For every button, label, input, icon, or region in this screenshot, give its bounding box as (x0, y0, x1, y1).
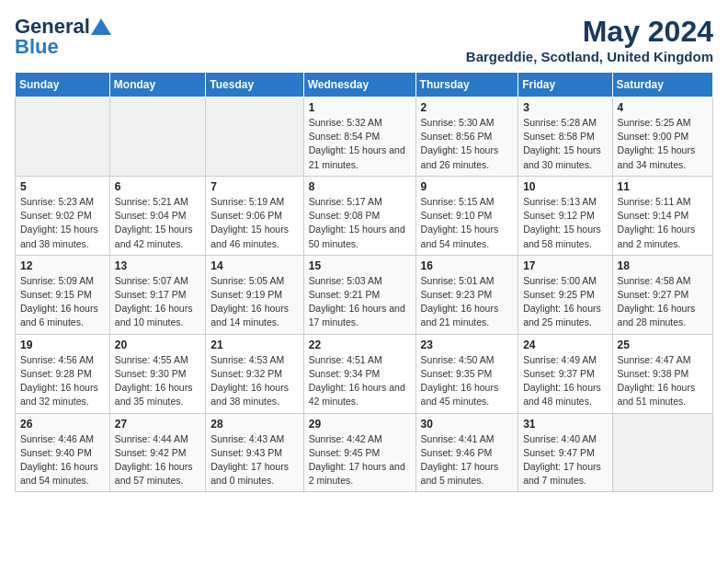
week-row-1: 5Sunrise: 5:23 AM Sunset: 9:02 PM Daylig… (16, 176, 713, 255)
day-detail: Sunrise: 4:50 AM Sunset: 9:35 PM Dayligh… (421, 353, 514, 409)
day-number: 30 (421, 418, 514, 431)
week-row-2: 12Sunrise: 5:09 AM Sunset: 9:15 PM Dayli… (16, 255, 713, 334)
calendar-cell: 29Sunrise: 4:42 AM Sunset: 9:45 PM Dayli… (303, 413, 415, 492)
header-monday: Monday (109, 73, 205, 98)
calendar-cell: 20Sunrise: 4:55 AM Sunset: 9:30 PM Dayli… (109, 334, 205, 413)
calendar-cell: 15Sunrise: 5:03 AM Sunset: 9:21 PM Dayli… (303, 255, 415, 334)
day-number: 31 (523, 418, 607, 431)
header-saturday: Saturday (612, 73, 712, 98)
header-tuesday: Tuesday (206, 73, 303, 98)
week-row-3: 19Sunrise: 4:56 AM Sunset: 9:28 PM Dayli… (16, 334, 713, 413)
calendar-cell: 30Sunrise: 4:41 AM Sunset: 9:46 PM Dayli… (415, 413, 518, 492)
day-number: 21 (210, 339, 298, 351)
day-number: 11 (618, 180, 708, 193)
day-detail: Sunrise: 4:44 AM Sunset: 9:42 PM Dayligh… (115, 432, 200, 488)
day-number: 20 (115, 339, 200, 351)
main-title: May 2024 (466, 15, 713, 49)
calendar-cell: 1Sunrise: 5:32 AM Sunset: 8:54 PM Daylig… (303, 98, 415, 177)
day-detail: Sunrise: 4:56 AM Sunset: 9:28 PM Dayligh… (20, 353, 105, 409)
day-detail: Sunrise: 4:53 AM Sunset: 9:32 PM Dayligh… (210, 353, 298, 409)
day-number: 16 (421, 259, 514, 272)
day-detail: Sunrise: 5:23 AM Sunset: 9:02 PM Dayligh… (20, 195, 105, 251)
day-detail: Sunrise: 4:43 AM Sunset: 9:43 PM Dayligh… (210, 432, 298, 488)
logo-blue: Blue (15, 35, 59, 59)
calendar-cell: 2Sunrise: 5:30 AM Sunset: 8:56 PM Daylig… (415, 98, 518, 177)
calendar-cell: 6Sunrise: 5:21 AM Sunset: 9:04 PM Daylig… (109, 176, 205, 255)
header-thursday: Thursday (415, 73, 518, 98)
calendar-cell (206, 98, 303, 177)
calendar-cell: 8Sunrise: 5:17 AM Sunset: 9:08 PM Daylig… (303, 176, 415, 255)
header-row: SundayMondayTuesdayWednesdayThursdayFrid… (16, 73, 713, 98)
day-detail: Sunrise: 5:25 AM Sunset: 9:00 PM Dayligh… (618, 116, 708, 172)
day-detail: Sunrise: 5:30 AM Sunset: 8:56 PM Dayligh… (421, 116, 514, 172)
day-number: 10 (523, 180, 607, 193)
day-detail: Sunrise: 4:47 AM Sunset: 9:38 PM Dayligh… (618, 353, 708, 409)
calendar-cell: 3Sunrise: 5:28 AM Sunset: 8:58 PM Daylig… (518, 98, 612, 177)
day-detail: Sunrise: 4:42 AM Sunset: 9:45 PM Dayligh… (309, 432, 411, 488)
day-detail: Sunrise: 5:00 AM Sunset: 9:25 PM Dayligh… (523, 274, 607, 330)
calendar-cell: 22Sunrise: 4:51 AM Sunset: 9:34 PM Dayli… (303, 334, 415, 413)
calendar-cell (109, 98, 205, 177)
day-number: 17 (523, 259, 607, 272)
calendar-table: SundayMondayTuesdayWednesdayThursdayFrid… (15, 72, 713, 492)
calendar-cell: 17Sunrise: 5:00 AM Sunset: 9:25 PM Dayli… (518, 255, 612, 334)
day-number: 6 (115, 180, 200, 193)
calendar-cell: 18Sunrise: 4:58 AM Sunset: 9:27 PM Dayli… (612, 255, 712, 334)
calendar-cell: 19Sunrise: 4:56 AM Sunset: 9:28 PM Dayli… (16, 334, 110, 413)
day-number: 7 (210, 180, 298, 193)
day-number: 2 (421, 101, 514, 114)
calendar-cell: 16Sunrise: 5:01 AM Sunset: 9:23 PM Dayli… (415, 255, 518, 334)
day-number: 13 (115, 259, 200, 272)
day-number: 22 (309, 339, 411, 351)
calendar-cell: 24Sunrise: 4:49 AM Sunset: 9:37 PM Dayli… (518, 334, 612, 413)
calendar-cell: 7Sunrise: 5:19 AM Sunset: 9:06 PM Daylig… (206, 176, 303, 255)
calendar-cell: 12Sunrise: 5:09 AM Sunset: 9:15 PM Dayli… (16, 255, 110, 334)
day-detail: Sunrise: 5:09 AM Sunset: 9:15 PM Dayligh… (20, 274, 105, 330)
day-detail: Sunrise: 5:17 AM Sunset: 9:08 PM Dayligh… (309, 195, 411, 251)
calendar-cell (612, 413, 712, 492)
day-number: 12 (20, 259, 105, 272)
day-number: 15 (309, 259, 411, 272)
day-detail: Sunrise: 5:05 AM Sunset: 9:19 PM Dayligh… (210, 274, 298, 330)
calendar-cell: 14Sunrise: 5:05 AM Sunset: 9:19 PM Dayli… (206, 255, 303, 334)
day-detail: Sunrise: 5:01 AM Sunset: 9:23 PM Dayligh… (421, 274, 514, 330)
day-detail: Sunrise: 4:40 AM Sunset: 9:47 PM Dayligh… (523, 432, 607, 488)
logo: General Blue (15, 15, 111, 59)
calendar-header: SundayMondayTuesdayWednesdayThursdayFrid… (16, 73, 713, 98)
calendar-cell: 27Sunrise: 4:44 AM Sunset: 9:42 PM Dayli… (109, 413, 205, 492)
calendar-cell: 23Sunrise: 4:50 AM Sunset: 9:35 PM Dayli… (415, 334, 518, 413)
calendar-body: 1Sunrise: 5:32 AM Sunset: 8:54 PM Daylig… (16, 98, 713, 492)
day-number: 4 (618, 101, 708, 114)
day-detail: Sunrise: 4:55 AM Sunset: 9:30 PM Dayligh… (115, 353, 200, 409)
day-number: 5 (20, 180, 105, 193)
day-detail: Sunrise: 5:19 AM Sunset: 9:06 PM Dayligh… (210, 195, 298, 251)
day-number: 28 (210, 418, 298, 431)
day-detail: Sunrise: 4:41 AM Sunset: 9:46 PM Dayligh… (421, 432, 514, 488)
day-number: 24 (523, 339, 607, 351)
day-number: 26 (20, 418, 105, 431)
page-header: General Blue May 2024 Bargeddie, Scotlan… (15, 15, 713, 64)
day-detail: Sunrise: 5:32 AM Sunset: 8:54 PM Dayligh… (309, 116, 411, 172)
day-number: 25 (618, 339, 708, 351)
header-wednesday: Wednesday (303, 73, 415, 98)
week-row-4: 26Sunrise: 4:46 AM Sunset: 9:40 PM Dayli… (16, 413, 713, 492)
calendar-cell: 13Sunrise: 5:07 AM Sunset: 9:17 PM Dayli… (109, 255, 205, 334)
day-number: 9 (421, 180, 514, 193)
day-detail: Sunrise: 4:46 AM Sunset: 9:40 PM Dayligh… (20, 432, 105, 488)
day-number: 29 (309, 418, 411, 431)
calendar-cell: 21Sunrise: 4:53 AM Sunset: 9:32 PM Dayli… (206, 334, 303, 413)
day-number: 18 (618, 259, 708, 272)
day-detail: Sunrise: 5:03 AM Sunset: 9:21 PM Dayligh… (309, 274, 411, 330)
day-number: 27 (115, 418, 200, 431)
day-number: 1 (309, 101, 411, 114)
calendar-cell (16, 98, 110, 177)
day-detail: Sunrise: 5:07 AM Sunset: 9:17 PM Dayligh… (115, 274, 200, 330)
title-section: May 2024 Bargeddie, Scotland, United Kin… (466, 15, 713, 64)
day-detail: Sunrise: 5:13 AM Sunset: 9:12 PM Dayligh… (523, 195, 607, 251)
calendar-cell: 9Sunrise: 5:15 AM Sunset: 9:10 PM Daylig… (415, 176, 518, 255)
day-number: 14 (210, 259, 298, 272)
svg-marker-0 (91, 18, 111, 35)
logo-icon (91, 17, 111, 37)
calendar-cell: 11Sunrise: 5:11 AM Sunset: 9:14 PM Dayli… (612, 176, 712, 255)
subtitle: Bargeddie, Scotland, United Kingdom (466, 49, 713, 64)
